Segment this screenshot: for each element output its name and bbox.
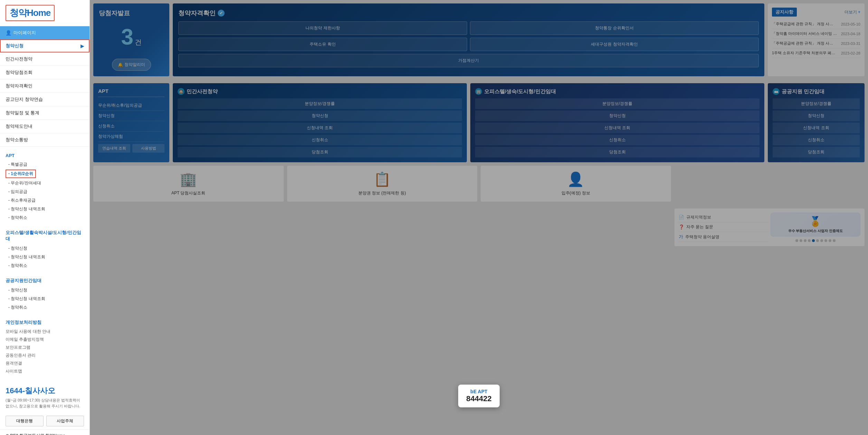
apt-sub-tokbyeol[interactable]: - 특별공급 [6,160,84,169]
logo-text: 청약Home [10,8,50,18]
phone-sub: (월~금 09:00~17:30) 상담내용은 법적효력이 없으니, 참고용으로… [6,397,84,409]
offictel-submenu-title: 오피스텔/생활숙박시설/도시형/민간임대 [6,230,84,242]
dot-2 [804,239,806,242]
apt-section-title: APT [98,88,164,97]
sidebar-item-iljeong[interactable]: 청약일정 및 통계 [0,106,89,120]
link-item-1[interactable]: ❓ 자주 묻는 질문 [679,222,768,232]
sidebar-item-jagyeok[interactable]: 청약자격확인 [0,79,89,93]
move-info-card[interactable]: 👤 입주(예정) 정보 [481,166,671,202]
qualify-btn-2[interactable]: 주택소유 확인 [178,38,467,51]
public-sub-naeyeok[interactable]: - 청약신청 내역조회 [6,294,84,303]
public-submenu-title: 공공지원민간임대 [6,278,84,284]
phone-number: 1644-칠사사오 [6,386,84,396]
sidebar-item-jedo[interactable]: 청약제도안내 [0,120,89,133]
office-menu-1[interactable]: 청약신청 [475,110,760,121]
apt-sub-cheongnyak-chwiso[interactable]: - 청약취소 [6,213,84,222]
apt-submenu: APT - 특별공급 - 1순위/2순위 - 무순위/잔여세대 - 임의공급 -… [0,149,89,223]
apt-menu-2[interactable]: 신청취소 [98,121,164,132]
mypage-button[interactable]: 👤 마이페이지 [0,26,89,39]
offictel-sub-shin[interactable]: - 청약신청 [6,244,84,253]
notice-more-button[interactable]: 더보기 + [845,9,860,15]
apt-sub-imui[interactable]: - 임의공급 [6,187,84,196]
private-menu: 분양정보/경쟁률 청약신청 신청내역 조회 신청취소 당첨조회 [178,98,462,157]
office-menu-0[interactable]: 분양정보/경쟁률 [475,98,760,109]
draw-card: 당첨자발표 3 건 🔔 청약알리미 [93,3,169,76]
offictel-sub-naeyeok[interactable]: - 청약신청 내역조회 [6,253,84,261]
arrow-icon: ▶ [81,44,84,49]
bank-buttons: 대행은행 사업주체 [0,413,89,429]
qualify-btn-1[interactable]: 청약통장 순위확인서 [470,21,759,35]
private-menu-4[interactable]: 당첨조회 [178,147,462,157]
dot-9 [833,239,836,242]
qualify-title: 청약자격확인 ✔ [178,9,759,17]
apt-sub-1순위[interactable]: - 1순위/2순위 [6,170,36,178]
cert-icon: 🏅 [774,216,857,227]
qualify-btn-4[interactable]: 가점계산기 [178,54,759,67]
apt-menu-1[interactable]: 청약신청 [98,111,164,121]
link-item-2[interactable]: 가 주택청약 용어설명 [679,232,768,242]
logo-box[interactable]: 청약Home [6,5,55,21]
public-menu-4[interactable]: 당첨조회 [773,147,860,157]
private-menu-1[interactable]: 청약신청 [178,110,462,121]
apt-sub-musuuni[interactable]: - 무순위/잔여세대 [6,179,84,187]
apt-menu-3[interactable]: 청약가상체험 [98,132,164,142]
public-sub-chwiso[interactable]: - 청약취소 [6,303,84,312]
privacy-link-cert[interactable]: 공동인증서 관리 [6,351,84,359]
offictel-sub-chwiso[interactable]: - 청약취소 [6,261,84,270]
office-menu-2[interactable]: 신청내역 조회 [475,123,760,133]
office-menu-3[interactable]: 신청취소 [475,135,760,145]
qualify-btn-3[interactable]: 세대구성원 청약자격확인 [470,38,759,51]
apt-sub-naeyeok[interactable]: - 청약신청 내역조회 [6,205,84,213]
cert-col: 🏅 우수 부동산서비스 사업자 인증제도 [771,213,860,242]
bank-btn-saup[interactable]: 사업주체 [46,416,84,426]
notice-item-2[interactable]: 「주택공급에 관한 규칙」 개정 사… 2023-03-31 [772,39,860,48]
notice-item-3[interactable]: 1주택 소유자 기존주택 처분의무 폐… 2023-02-28 [772,48,860,58]
office-icon: 🏢 [475,88,482,95]
links-col: 📄 규제지역정보 ❓ 자주 묻는 질문 가 주택청약 용어설명 [679,213,768,242]
sidebar-item-sotong[interactable]: 청약소통방 [0,133,89,147]
office-menu-4[interactable]: 당첨조회 [475,147,760,157]
sidebar-item-minsajeon[interactable]: 민간사전청약 [0,52,89,66]
qualify-card: 청약자격확인 ✔ 나의청약 제한사항 청약통장 순위확인서 주택소유 확인 세대… [173,3,764,76]
public-sub-shin[interactable]: - 청약신청 [6,286,84,294]
privacy-title: 개인정보처리방침 [6,319,84,326]
sidebar-item-cheongnyak-shin[interactable]: 청약신청 ▶ [0,39,89,52]
link-term-icon: 가 [679,234,683,240]
privacy-link-mobile[interactable]: 모바일 사용에 대한 안내 [6,328,84,336]
footer-logo: ⊙ RE3 한국부동산원 청약Home [6,433,84,435]
public-menu-0[interactable]: 분양정보/경쟁률 [773,98,860,109]
phone-section: 1644-칠사사오 (월~금 09:00~17:30) 상담내용은 법적효력이 … [0,381,89,413]
public-menu-1[interactable]: 청약신청 [773,110,860,121]
notice-item-0[interactable]: 「주택공급에 관한 규칙」 개정 사… 2023-05-10 [772,19,860,29]
dot-0 [795,239,798,242]
notice-list: 「주택공급에 관한 규칙」 개정 사… 2023-05-10 「청약홈 마이데이… [772,19,860,58]
apt-fact-card[interactable]: 🏢 APT 당첨사실조회 [93,166,284,202]
qualify-btn-0[interactable]: 나의청약 제한사항 [178,21,467,35]
private-menu-0[interactable]: 분양정보/경쟁률 [178,98,462,109]
public-menu-2[interactable]: 신청내역 조회 [773,123,860,133]
private-menu-3[interactable]: 신청취소 [178,135,462,145]
draw-alert-button[interactable]: 🔔 청약알리미 [112,59,151,71]
apt-menu-4[interactable]: 연습내역 조회 [98,144,130,153]
sidebar-item-yeonsup[interactable]: 공고단지 청약연습 [0,93,89,106]
apt-sub-chwiso[interactable]: - 취소후재공급 [6,196,84,205]
sale-info-card[interactable]: 📋 분양권 정보 (전매제한 등) [287,166,478,202]
link-item-0[interactable]: 📄 규제지역정보 [679,213,768,222]
move-info-icon: 👤 [486,171,666,187]
notice-item-1[interactable]: 「청약홈 마이데이터 서비스 네이밍 … 2023-04-18 [772,29,860,39]
public-menu-3[interactable]: 신청취소 [773,135,860,145]
privacy-link-security[interactable]: 보안프로그램 [6,344,84,351]
privacy-link-sitemap[interactable]: 사이트맵 [6,367,84,375]
privacy-link-remote[interactable]: 원격연결 [6,359,84,367]
private-menu-2[interactable]: 신청내역 조회 [178,123,462,133]
logo-area: 청약Home [0,0,89,26]
link-doc-icon: 📄 [679,215,684,220]
offictel-submenu: 오피스텔/생활숙박시설/도시형/민간임대 - 청약신청 - 청약신청 내역조회 … [0,226,89,271]
cert-badge[interactable]: 🏅 우수 부동산서비스 사업자 인증제도 [771,213,860,236]
move-info-label: 입주(예정) 정보 [486,190,666,196]
sidebar-item-dangchom[interactable]: 청약당첨조회 [0,66,89,79]
apt-menu-0[interactable]: 무순위/취소후/임의공급 [98,100,164,111]
apt-menu-5[interactable]: 사용방법 [132,144,164,153]
bank-btn-daeheng[interactable]: 대행은행 [6,416,44,426]
privacy-link-email[interactable]: 이메일 추출방지정책 [6,336,84,344]
